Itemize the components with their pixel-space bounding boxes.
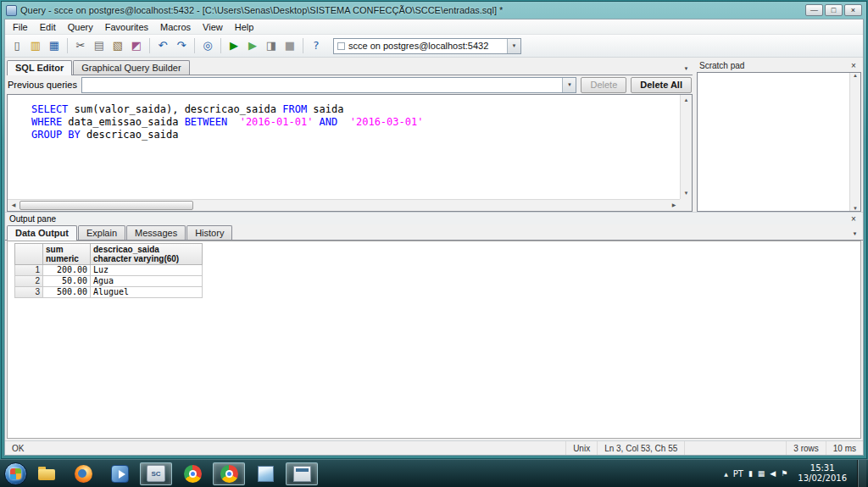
close-button[interactable]: × <box>844 4 862 16</box>
paste-icon[interactable]: ▧ <box>109 37 126 54</box>
toolbar-separator <box>149 38 150 53</box>
editor-vertical-scrollbar[interactable]: ▲ ▼ <box>680 95 692 199</box>
taskbar-browser-button[interactable] <box>213 462 245 485</box>
taskbar-media-app-button[interactable] <box>103 462 136 485</box>
tab-explain[interactable]: Explain <box>78 225 125 240</box>
cut-icon[interactable]: ✂ <box>72 37 89 54</box>
tab-data-output[interactable]: Data Output <box>7 225 77 241</box>
save-icon[interactable]: ▦ <box>46 37 63 54</box>
cell-descricao-saida[interactable]: Luz <box>91 265 203 276</box>
scroll-right-icon[interactable]: ▶ <box>668 200 680 211</box>
chevron-down-icon[interactable]: ▼ <box>562 78 576 92</box>
clock[interactable]: 15:31 13/02/2016 <box>793 463 852 484</box>
taskbar-chrome-button[interactable] <box>176 462 209 485</box>
minimize-button[interactable]: — <box>805 4 823 16</box>
scroll-up-icon[interactable]: ▲ <box>684 95 689 106</box>
chevron-down-icon[interactable]: ▼ <box>849 231 861 240</box>
explain-query-icon[interactable]: ◨ <box>263 37 280 54</box>
volume-icon[interactable]: ◀ <box>770 469 776 478</box>
taskbar-query-window-button[interactable] <box>286 462 318 485</box>
row-number[interactable]: 1 <box>14 265 43 276</box>
clear-window-icon[interactable]: ◩ <box>128 37 145 54</box>
taskbar-scce-app-button[interactable]: SC <box>140 462 172 485</box>
status-elapsed-time: 10 ms <box>826 441 863 455</box>
row-number[interactable]: 2 <box>14 276 43 287</box>
scratch-pad-scrollbar[interactable]: ▲ ▼ <box>849 73 860 211</box>
column-header-descricao_saida[interactable]: descricao_saidacharacter varying(60) <box>91 243 203 265</box>
network-icon[interactable]: ▦ <box>758 469 765 478</box>
taskbar-cube-app-button[interactable] <box>249 462 281 485</box>
editor-horizontal-scrollbar[interactable]: ◀ ▶ <box>8 199 680 211</box>
app-icon <box>6 5 17 16</box>
previous-queries-combobox[interactable]: ▼ <box>81 77 577 93</box>
battery-icon[interactable]: ▮ <box>748 469 753 478</box>
new-file-icon[interactable]: ▯ <box>8 37 25 54</box>
action-center-icon[interactable]: ⚑ <box>781 469 787 478</box>
execute-pgscript-icon[interactable]: ▶ <box>244 37 261 54</box>
menu-favourites[interactable]: Favourites <box>99 21 154 33</box>
chevron-down-icon[interactable]: ▼ <box>507 39 520 53</box>
sql-line: GROUP BY descricao_saida <box>31 129 679 141</box>
scratch-pad-input[interactable]: ▲ ▼ <box>697 72 861 212</box>
taskbar-firefox-button[interactable] <box>67 462 99 485</box>
hidden-icons-button[interactable]: ▲ <box>724 471 728 477</box>
delete-all-button[interactable]: Delete All <box>631 77 692 93</box>
menu-query[interactable]: Query <box>62 21 99 33</box>
tab-sql-editor[interactable]: SQL Editor <box>7 60 72 75</box>
connection-combobox[interactable]: scce on postgres@localhost:5432 ▼ <box>333 38 521 54</box>
row-number[interactable]: 3 <box>14 287 43 298</box>
scrollbar-corner <box>680 199 692 211</box>
cell-descricao-saida[interactable]: Agua <box>91 276 203 287</box>
tab-graphical-query-builder[interactable]: Graphical Query Builder <box>73 60 189 75</box>
scrollbar-thumb[interactable] <box>19 201 193 210</box>
taskbar-query-window-icon <box>293 466 311 482</box>
cancel-query-icon[interactable]: ■ <box>281 37 298 54</box>
status-spacer <box>684 441 786 455</box>
tab-history[interactable]: History <box>186 225 232 240</box>
output-pane: Output pane × Data OutputExplainMessages… <box>5 212 863 440</box>
taskbar-media-app-icon <box>111 465 129 483</box>
sql-text[interactable]: SELECT sum(valor_saida), descricao_saida… <box>8 96 679 198</box>
menu-edit[interactable]: Edit <box>34 21 62 33</box>
execute-query-icon[interactable]: ▶ <box>225 37 242 54</box>
menu-help[interactable]: Help <box>229 21 260 33</box>
grid-header: sumnumericdescricao_saidacharacter varyi… <box>14 243 860 265</box>
scratch-pad-header: Scratch pad × <box>697 59 861 72</box>
scroll-up-icon[interactable]: ▲ <box>853 73 858 78</box>
toolbar-separator <box>303 38 303 53</box>
start-button[interactable] <box>4 462 27 485</box>
scroll-down-icon[interactable]: ▼ <box>853 206 858 211</box>
cell-sum[interactable]: 500.00 <box>43 287 91 298</box>
cell-sum[interactable]: 50.00 <box>43 276 91 287</box>
cell-sum[interactable]: 200.00 <box>43 265 91 276</box>
system-tray: ▲ PT ▮ ▦ ◀ ⚑ 15:31 13/02/2016 <box>724 460 868 487</box>
taskbar-explorer-button[interactable] <box>31 462 63 485</box>
toolbar-separator <box>194 38 195 53</box>
redo-icon[interactable]: ↷ <box>173 37 190 54</box>
menu-file[interactable]: File <box>7 21 34 33</box>
find-icon[interactable]: ◎ <box>199 37 216 54</box>
cell-descricao-saida[interactable]: Aluguel <box>91 287 203 298</box>
help-icon[interactable]: ? <box>308 37 325 54</box>
windows-logo-icon <box>10 468 21 479</box>
menu-macros[interactable]: Macros <box>154 21 197 33</box>
chevron-down-icon[interactable]: ▼ <box>680 66 693 75</box>
open-file-icon[interactable]: ▥ <box>27 37 44 54</box>
sql-editor[interactable]: SELECT sum(valor_saida), descricao_saida… <box>7 94 693 212</box>
maximize-button[interactable]: □ <box>825 4 843 16</box>
undo-icon[interactable]: ↶ <box>154 37 171 54</box>
menu-view[interactable]: View <box>197 21 229 33</box>
grid-corner-cell[interactable] <box>14 243 43 265</box>
output-pane-close-button[interactable]: × <box>849 214 859 224</box>
copy-icon[interactable]: ▤ <box>91 37 108 54</box>
scratch-pad-close-button[interactable]: × <box>849 61 859 70</box>
scroll-down-icon[interactable]: ▼ <box>684 188 689 199</box>
delete-button[interactable]: Delete <box>581 77 626 93</box>
show-desktop-button[interactable] <box>857 460 866 487</box>
tab-messages[interactable]: Messages <box>126 225 186 240</box>
title-bar[interactable]: Query - scce on postgres@localhost:5432 … <box>4 2 864 19</box>
column-header-sum[interactable]: sumnumeric <box>43 243 91 265</box>
language-indicator[interactable]: PT <box>733 469 743 479</box>
scroll-left-icon[interactable]: ◀ <box>8 200 19 211</box>
status-bar: OK Unix Ln 3, Col 53, Ch 55 3 rows 10 ms <box>5 440 863 455</box>
